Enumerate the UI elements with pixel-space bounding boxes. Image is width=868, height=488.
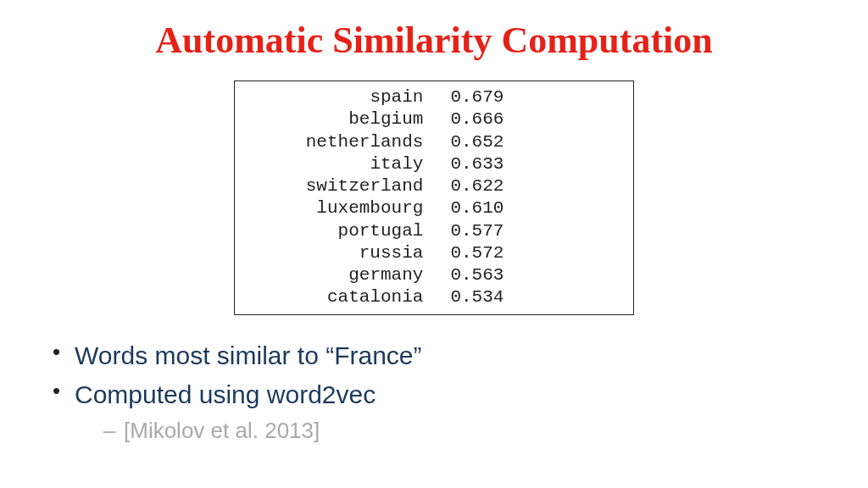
similarity-cell: 0.534 — [442, 286, 633, 308]
word-cell: russia — [235, 242, 442, 264]
table-row: belgium 0.666 — [235, 108, 633, 130]
word-cell: germany — [235, 264, 442, 286]
table-row: netherlands 0.652 — [235, 131, 633, 153]
table-row: germany 0.563 — [235, 264, 633, 286]
similarity-table: spain 0.679 belgium 0.666 netherlands 0.… — [234, 80, 634, 315]
bullet-text: Words most similar to “France” — [75, 341, 422, 369]
word-cell: netherlands — [235, 131, 442, 153]
citation-item: [Mikolov et al. 2013] — [103, 416, 868, 446]
slide-title: Automatic Similarity Computation — [0, 0, 868, 62]
bullet-item: Computed using word2vec [Mikolov et al. … — [49, 378, 868, 446]
citation-text: [Mikolov et al. 2013] — [124, 418, 320, 443]
word-cell: luxembourg — [235, 197, 442, 219]
word-cell: italy — [235, 153, 442, 175]
word-cell: spain — [235, 86, 442, 108]
bullet-list: Words most similar to “France” Computed … — [49, 339, 868, 446]
table-row: italy 0.633 — [235, 153, 633, 175]
similarity-cell: 0.633 — [442, 153, 633, 175]
word-cell: portugal — [235, 220, 442, 242]
slide: Automatic Similarity Computation spain 0… — [0, 0, 868, 488]
bullet-item: Words most similar to “France” — [49, 339, 868, 374]
table-row: catalonia 0.534 — [235, 286, 633, 308]
similarity-cell: 0.610 — [442, 197, 633, 219]
word-cell: catalonia — [235, 286, 442, 308]
similarity-cell: 0.679 — [442, 86, 633, 108]
sub-bullet-list: [Mikolov et al. 2013] — [103, 416, 868, 446]
table-row: russia 0.572 — [235, 242, 633, 264]
similarity-cell: 0.666 — [442, 108, 633, 130]
similarity-cell: 0.622 — [442, 175, 633, 197]
bullet-text: Computed using word2vec — [75, 380, 376, 408]
word-cell: switzerland — [235, 175, 442, 197]
table-row: portugal 0.577 — [235, 220, 633, 242]
similarity-cell: 0.563 — [442, 264, 633, 286]
similarity-cell: 0.652 — [442, 131, 633, 153]
similarity-cell: 0.577 — [442, 220, 633, 242]
table-row: switzerland 0.622 — [235, 175, 633, 197]
similarity-cell: 0.572 — [442, 242, 633, 264]
word-cell: belgium — [235, 108, 442, 130]
table-row: luxembourg 0.610 — [235, 197, 633, 219]
table-row: spain 0.679 — [235, 86, 633, 108]
